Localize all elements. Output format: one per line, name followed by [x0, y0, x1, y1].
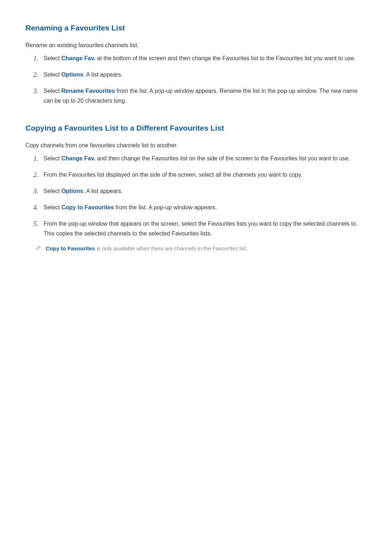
list-content: Select Options. A list appears. [44, 70, 367, 80]
list-item: 5.From the pop-up window that appears on… [33, 219, 367, 238]
copying-steps-list: 1.Select Change Fav. and then change the… [25, 153, 367, 238]
intro-text: Rename an existing favourites channels l… [25, 41, 367, 50]
highlight-term: Copy to Favourites [46, 245, 95, 251]
text-run: Select [44, 204, 61, 210]
text-run: Select [44, 188, 61, 194]
list-number: 2. [33, 170, 44, 180]
highlight-term: Copy to Favourites [61, 204, 114, 210]
renaming-steps-list: 1.Select Change Fav. at the bottom of th… [25, 53, 367, 106]
text-run: From the Favourites list displayed on th… [44, 172, 302, 178]
list-number: 2. [33, 70, 44, 80]
text-run: Select [44, 71, 61, 78]
text-run: . A list appears. [83, 71, 123, 78]
note-pencil-icon [36, 245, 41, 251]
text-run: from the list. A pop-up window appears. [114, 204, 217, 210]
text-run: and then change the Favourites list on t… [95, 155, 350, 161]
list-content: Select Options. A list appears. [44, 186, 367, 197]
list-item: 1.Select Change Fav. and then change the… [33, 153, 367, 164]
intro-text: Copy channels from one favourites channe… [25, 141, 367, 150]
highlight-term: Change Fav. [61, 55, 95, 61]
text-run: Select [44, 155, 61, 161]
list-content: Select Change Fav. at the bottom of the … [44, 53, 367, 64]
list-item: 1.Select Change Fav. at the bottom of th… [33, 53, 367, 64]
note-text: Copy to Favourites is only available whe… [46, 244, 248, 253]
section-heading-renaming: Renaming a Favourites List [25, 22, 367, 34]
list-content: From the pop-up window that appears on t… [44, 219, 367, 238]
text-run: Select [44, 88, 61, 94]
text-run: Select [44, 55, 61, 61]
section-heading-copying: Copying a Favourites List to a Different… [25, 122, 367, 134]
list-number: 1. [33, 53, 44, 64]
list-content: From the Favourites list displayed on th… [44, 170, 367, 180]
text-run: From the pop-up window that appears on t… [44, 221, 358, 237]
list-item: 2.From the Favourites list displayed on … [33, 170, 367, 180]
list-item: 3.Select Rename Favourites from the list… [33, 86, 367, 106]
list-item: 3.Select Options. A list appears. [33, 186, 367, 197]
list-content: Select Change Fav. and then change the F… [44, 153, 367, 164]
highlight-term: Options [61, 188, 83, 194]
text-run: . A list appears. [83, 188, 123, 194]
list-number: 3. [33, 186, 44, 197]
list-content: Select Copy to Favourites from the list.… [44, 202, 367, 213]
text-run: is only available when there are channel… [95, 245, 248, 251]
note-block: Copy to Favourites is only available whe… [25, 244, 367, 253]
highlight-term: Rename Favourites [61, 88, 115, 94]
list-item: 4.Select Copy to Favourites from the lis… [33, 202, 367, 213]
list-item: 2.Select Options. A list appears. [33, 70, 367, 80]
list-number: 4. [33, 202, 44, 213]
highlight-term: Change Fav. [61, 155, 95, 161]
list-number: 3. [33, 86, 44, 106]
list-content: Select Rename Favourites from the list. … [44, 86, 367, 106]
text-run: at the bottom of the screen and then cha… [95, 55, 356, 61]
highlight-term: Options [61, 71, 83, 78]
list-number: 1. [33, 153, 44, 164]
list-number: 5. [33, 219, 44, 238]
